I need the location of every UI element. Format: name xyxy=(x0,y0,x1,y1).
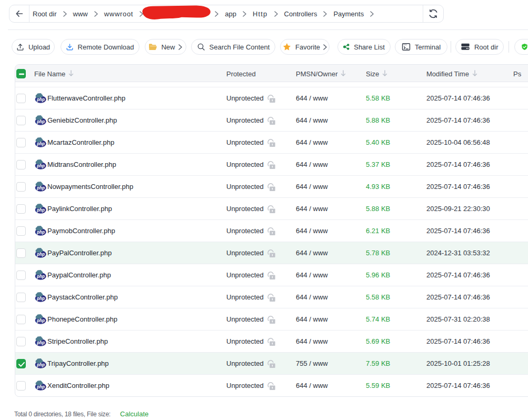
svg-text:php: php xyxy=(36,341,45,345)
svg-text:php: php xyxy=(36,119,45,124)
svg-text:php: php xyxy=(36,252,45,257)
svg-text:php: php xyxy=(36,186,45,191)
svg-text:php: php xyxy=(36,318,45,323)
svg-text:php: php xyxy=(36,296,45,301)
svg-text:php: php xyxy=(36,208,45,213)
svg-text:php: php xyxy=(36,97,45,102)
svg-text:php: php xyxy=(36,142,45,146)
svg-text:php: php xyxy=(36,164,45,168)
svg-text:php: php xyxy=(36,363,45,367)
svg-text:php: php xyxy=(36,385,45,389)
svg-text:php: php xyxy=(36,230,45,235)
svg-text:php: php xyxy=(36,274,45,279)
